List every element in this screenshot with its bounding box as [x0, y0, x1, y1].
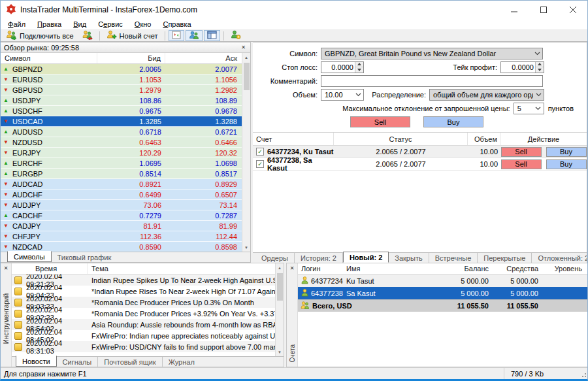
toolbox-tab[interactable]: Сигналы [57, 357, 99, 367]
order-tab[interactable]: Ордеры [255, 253, 295, 263]
row-sell-button[interactable]: Sell [501, 147, 542, 157]
market-watch-row[interactable]: AUDJPY 73.06 73.14 [1, 200, 250, 210]
resize-grip[interactable] [580, 368, 587, 379]
column-name[interactable]: Имя [346, 265, 442, 273]
news-scrollbar[interactable]: ▲ ▼ [275, 263, 284, 356]
column-topic[interactable]: Тема [88, 265, 284, 273]
menu-item[interactable]: Правка [31, 20, 67, 29]
toggle-toolbox-button[interactable] [204, 30, 220, 41]
news-row[interactable]: 2020.02.04 08:31:03 FxWirePro: USD/CNY f… [12, 341, 284, 352]
toggle-market-watch-button[interactable] [169, 30, 184, 41]
order-tab[interactable]: Отложенный: 2 [532, 253, 587, 263]
spin-down-icon[interactable] [536, 67, 544, 73]
column-symbol[interactable]: Символ [1, 53, 97, 63]
scroll-up-icon[interactable]: ▲ [276, 263, 284, 272]
row-buy-button[interactable]: Buy [546, 159, 587, 169]
market-watch-header[interactable]: Обзор рынка: 09:25:58 ✕ [1, 42, 250, 53]
column-account[interactable]: Счет [253, 133, 334, 145]
row-sell-button[interactable]: Sell [501, 159, 542, 169]
symbol-select[interactable]: GBPNZD, Great Britain Pound vs New Zeala… [321, 48, 543, 59]
account-settings-button[interactable] [227, 30, 244, 41]
market-watch-row[interactable]: AUDUSD 0.6718 0.6721 [1, 127, 250, 137]
market-watch-row[interactable]: AUDCAD 0.8921 0.8929 [1, 179, 250, 190]
toolbox-tab[interactable]: Журнал [163, 357, 201, 367]
order-tab[interactable]: История: 2 [295, 253, 343, 263]
maximize-button[interactable] [529, 1, 558, 19]
order-accounts-header[interactable]: Счет Статус Объем Действие [253, 133, 587, 146]
market-watch-row[interactable]: EURGBP 0.8514 0.8517 [1, 169, 250, 179]
spin-down-icon[interactable] [355, 67, 363, 73]
minimize-button[interactable] [499, 1, 529, 19]
scroll-down-icon[interactable]: ▼ [276, 348, 284, 356]
account-checkbox[interactable] [256, 160, 264, 168]
column-ask[interactable]: Аск [165, 53, 250, 63]
connect-all-button[interactable]: Подключить все [3, 30, 77, 41]
column-level[interactable]: Уровень [538, 265, 587, 273]
market-watch-tab[interactable]: Тиковый график [52, 252, 118, 262]
sell-button[interactable]: Sell [350, 116, 410, 127]
close-icon[interactable]: ✕ [289, 263, 296, 271]
toggle-accounts-button[interactable] [186, 30, 203, 41]
account-checkbox[interactable] [256, 148, 264, 156]
order-tab[interactable]: Новый: 2 [343, 252, 389, 263]
menu-item[interactable]: Вид [67, 20, 92, 29]
column-balance[interactable]: Баланс [442, 265, 489, 273]
market-watch-row[interactable]: USDCAD 1.3285 1.3288 [1, 116, 250, 127]
order-tab[interactable]: Перекрытые [478, 253, 532, 263]
column-action[interactable]: Действие [500, 133, 587, 145]
menu-item[interactable]: Файл [2, 20, 31, 29]
column-bid[interactable]: Бид [97, 53, 165, 63]
menu-item[interactable]: Окно [129, 20, 157, 29]
column-volume[interactable]: Объем [468, 133, 500, 145]
stop-loss-input[interactable]: 0.0000 [321, 61, 364, 73]
menu-item[interactable]: Справка [157, 20, 197, 29]
market-watch-scrollbar[interactable]: ▲ ▼ [242, 53, 250, 252]
scroll-up-icon[interactable]: ▲ [242, 53, 250, 61]
order-tab[interactable]: Встречные [429, 253, 478, 263]
market-watch-column-header[interactable]: Символ Бид Аск [1, 53, 250, 64]
column-time[interactable]: Время [12, 263, 88, 274]
row-buy-button[interactable]: Buy [546, 147, 587, 157]
market-watch-row[interactable]: USDJPY 108.86 108.89 [1, 95, 250, 106]
spin-up-icon[interactable] [355, 62, 363, 68]
market-watch-row[interactable]: GBPUSD 1.2979 1.2982 [1, 85, 250, 95]
market-watch-row[interactable]: EURCHF 1.0695 1.0698 [1, 158, 250, 169]
column-login[interactable]: Логин [298, 265, 346, 273]
title-bar[interactable]: InstaTrader MultiTerminal - InstaForex-1… [1, 1, 587, 19]
market-watch-row[interactable]: CHFJPY 112.36 112.44 [1, 231, 250, 242]
spin-up-icon[interactable] [536, 62, 544, 68]
take-profit-input[interactable]: 0.0000 [500, 61, 544, 73]
scrollbar-thumb[interactable] [277, 273, 283, 301]
scrollbar-thumb[interactable] [244, 63, 250, 90]
market-watch-row[interactable]: NZDCAD 0.8590 0.8598 [1, 242, 250, 252]
market-watch-row[interactable]: GBPNZD 2.0065 2.0077 [1, 64, 250, 75]
market-watch-row[interactable]: USDCHF 0.9675 0.9678 [1, 106, 250, 116]
order-account-row[interactable]: 64377238, Sa Kasut 2.0065 / 2.0077 10.00… [253, 158, 587, 171]
accounts-column-header[interactable]: Логин Имя Баланс Средства Уровень [298, 263, 587, 274]
close-icon[interactable]: ✕ [3, 263, 10, 271]
volume-select[interactable]: 10.00 [321, 89, 364, 101]
news-column-header[interactable]: Время Тема [12, 263, 284, 274]
market-watch-row[interactable]: NZDUSD 0.6463 0.6466 [1, 137, 250, 148]
market-watch-row[interactable]: AUDCHF 0.6499 0.6507 [1, 190, 250, 200]
column-equity[interactable]: Средства [489, 265, 538, 273]
order-tab[interactable]: Закрыть [389, 253, 429, 263]
close-button[interactable] [558, 1, 587, 19]
disconnect-all-button[interactable] [78, 30, 96, 41]
market-watch-row[interactable]: EURUSD 1.1053 1.1056 [1, 75, 250, 85]
market-watch-row[interactable]: CADCHF 0.7279 0.7287 [1, 210, 250, 221]
account-row[interactable]: 64377238 Sa Kasut 5 000.00 5 000.00 [298, 287, 587, 299]
distribution-select[interactable]: общий объем для каждого ордера [429, 89, 544, 101]
market-watch-row[interactable]: CADJPY 81.91 81.99 [1, 221, 250, 231]
toolbox-tab[interactable]: Новости [16, 356, 57, 367]
market-watch-tab[interactable]: Символы [7, 251, 52, 262]
scroll-down-icon[interactable]: ▼ [242, 243, 250, 252]
buy-button[interactable]: Buy [423, 116, 483, 127]
new-account-button[interactable]: Новый счет [103, 30, 161, 41]
close-icon[interactable]: ✕ [240, 44, 247, 50]
deviation-select[interactable]: 5 [514, 103, 544, 114]
comment-input[interactable] [321, 75, 543, 87]
column-status[interactable]: Статус [334, 133, 468, 145]
market-watch-row[interactable]: EURJPY 120.29 120.32 [1, 148, 250, 158]
toolbox-tab[interactable]: Почтовый ящик [98, 357, 162, 367]
